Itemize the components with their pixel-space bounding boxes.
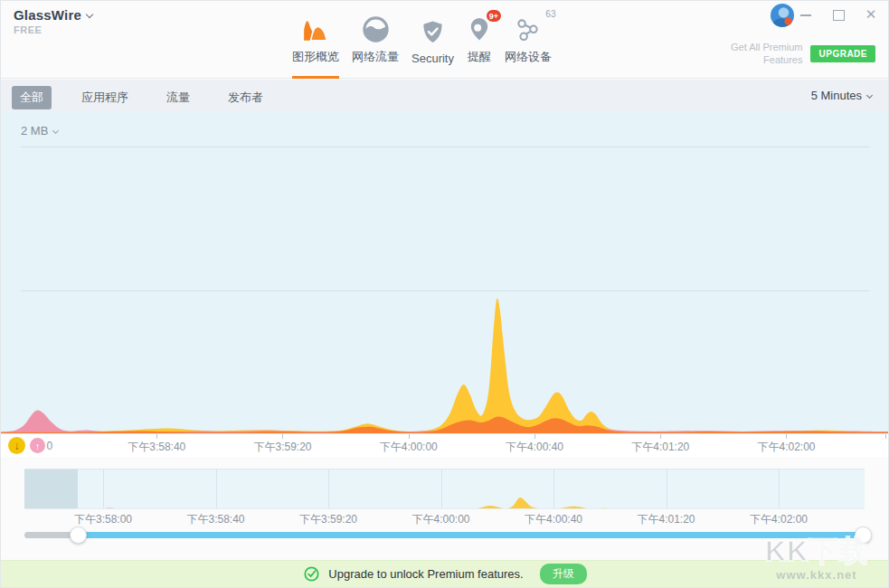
minimap-gridline	[553, 469, 554, 509]
filter-bar: 全部 应用程序 流量 发布者 5 Minutes	[1, 80, 888, 112]
alerts-badge: 9+	[485, 8, 503, 24]
tab-alerts[interactable]: 9+ 提醒	[467, 1, 492, 79]
banner-message: Upgrade to unlock Premium features.	[328, 567, 523, 581]
tab-graph[interactable]: 图形概览	[292, 1, 339, 79]
header: GlassWire FREE 图形概览 网络流量	[1, 1, 888, 79]
usage-icon	[363, 16, 389, 43]
tab-usage[interactable]: 网络流量	[352, 1, 399, 79]
download-arrow-icon[interactable]: ↓	[8, 437, 25, 454]
premium-text: Get All Premium Features	[731, 41, 802, 66]
axis-label: 下午4:00:00	[380, 440, 438, 455]
axis-tick	[786, 434, 787, 439]
y-scale-select[interactable]: 2 MB	[21, 124, 58, 138]
axis-label: 下午3:58:40	[128, 440, 185, 455]
minimap[interactable]	[24, 469, 865, 509]
filter-all[interactable]: 全部	[12, 86, 52, 109]
upgrade-button[interactable]: UPGRADE	[810, 45, 875, 62]
traffic-graph[interactable]	[1, 112, 889, 433]
account-avatar[interactable]	[771, 4, 794, 27]
minimap-axis-label: 下午4:02:00	[750, 512, 808, 527]
axis-tick	[660, 434, 661, 439]
app-title-menu[interactable]: GlassWire	[14, 7, 92, 23]
minimap-out-of-range-shade	[24, 469, 78, 509]
maximize-button[interactable]	[832, 8, 845, 21]
slider-handle-left[interactable]	[70, 526, 87, 544]
axis-label: 下午4:02:00	[757, 440, 815, 455]
minimap-gridline	[441, 469, 442, 509]
chart-area: 2 MB	[1, 112, 889, 433]
minimap-axis-label: 下午3:58:00	[74, 512, 132, 527]
minimap-gridline	[328, 469, 329, 509]
filter-apps[interactable]: 应用程序	[73, 86, 137, 109]
graph-icon	[302, 15, 329, 43]
minimap-axis: 下午3:58:00下午3:58:40下午3:59:20下午4:00:00下午4:…	[1, 510, 889, 526]
minimap-gridline	[779, 469, 780, 509]
axis-tick	[156, 434, 157, 439]
things-icon	[515, 16, 541, 43]
x-axis: ↓ ↑ 0下午3:58:40下午3:59:20下午4:00:00下午4:00:4…	[1, 433, 889, 457]
minimap-axis-label: 下午4:00:00	[411, 512, 469, 527]
filter-traffic[interactable]: 流量	[158, 86, 198, 109]
minimap-gridline	[103, 469, 104, 509]
minimap-gridline	[667, 469, 667, 509]
minimap-axis-label: 下午3:59:20	[299, 512, 357, 527]
banner-upgrade-button[interactable]: 升级	[540, 564, 587, 584]
premium-offer: Get All Premium Features UPGRADE	[731, 41, 875, 66]
filter-publisher[interactable]: 发布者	[220, 86, 271, 109]
chevron-down-icon	[86, 11, 93, 18]
minimap-axis-label: 下午4:00:40	[525, 512, 582, 527]
tab-usage-label: 网络流量	[352, 49, 399, 65]
tab-security[interactable]: Security	[411, 1, 454, 79]
slider-track-selected[interactable]	[78, 532, 863, 538]
minimap-gridline	[216, 469, 217, 509]
axis-tick	[534, 434, 535, 439]
tab-security-label: Security	[411, 52, 454, 65]
app-edition-label: FREE	[14, 24, 42, 35]
axis-label: 下午3:59:20	[253, 440, 311, 455]
minimize-button[interactable]	[799, 8, 812, 21]
minimap-axis-label: 下午3:58:40	[186, 512, 244, 527]
tab-things-label: 网络设备	[505, 49, 552, 65]
nav-tabs: 图形概览 网络流量 Security	[292, 1, 552, 79]
axis-tick	[885, 434, 886, 439]
check-circle-icon	[304, 566, 319, 582]
security-icon	[421, 20, 445, 44]
axis-label: 下午4:01:20	[631, 440, 689, 455]
slider-handle-right[interactable]	[855, 526, 872, 544]
axis-label: 0	[47, 440, 53, 452]
tab-alerts-label: 提醒	[468, 49, 491, 65]
minimap-graph	[24, 469, 865, 509]
axis-tick	[409, 434, 410, 439]
axis-tick	[282, 434, 283, 439]
things-count: 63	[545, 9, 555, 19]
axis-label: 下午4:00:40	[506, 440, 563, 455]
upgrade-banner: Upgrade to unlock Premium features. 升级	[1, 560, 889, 587]
avatar-icon	[771, 4, 794, 27]
chevron-down-icon	[866, 92, 873, 99]
window-controls: ✕	[799, 8, 877, 21]
tab-things[interactable]: 63 网络设备	[505, 1, 552, 79]
time-slider	[1, 530, 889, 543]
close-button[interactable]: ✕	[865, 8, 877, 21]
chevron-down-icon	[52, 128, 59, 134]
glasswire-window: GlassWire FREE 图形概览 网络流量	[0, 0, 889, 588]
time-range-select[interactable]: 5 Minutes	[811, 89, 872, 102]
upload-arrow-icon[interactable]: ↑	[30, 438, 45, 453]
app-title: GlassWire	[14, 7, 81, 23]
tab-graph-label: 图形概览	[292, 49, 339, 65]
minimap-axis-label: 下午4:01:20	[637, 512, 695, 527]
filter-chips: 全部 应用程序 流量 发布者	[12, 86, 271, 109]
